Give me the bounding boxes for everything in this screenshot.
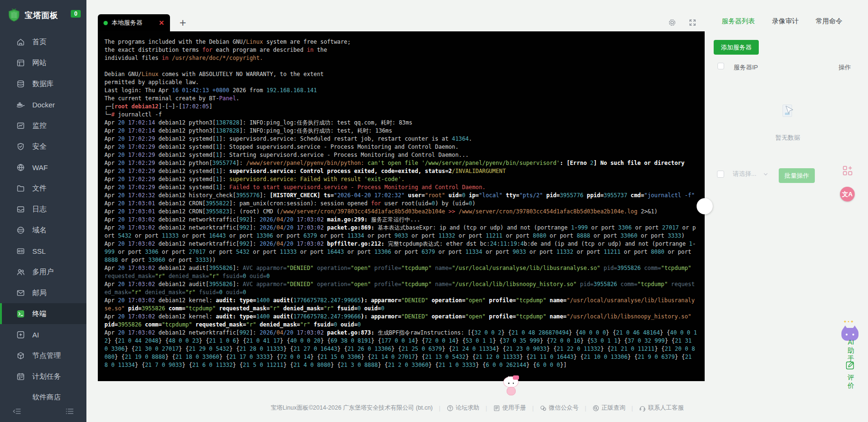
home-icon: [16, 38, 25, 47]
node-icon: [16, 351, 25, 360]
select-all-checkbox[interactable]: [717, 63, 724, 69]
batch-action-select[interactable]: 请选择...: [733, 170, 768, 178]
footer-link-help[interactable]: 论坛求助: [447, 404, 480, 412]
notification-badge[interactable]: 0: [71, 10, 81, 18]
terminal-line: Apr 20 17:03:01 debian12 CRON[3955823]: …: [104, 208, 698, 216]
logo-row[interactable]: 宝塔面板 0: [0, 0, 86, 30]
terminal-output[interactable]: The programs included with the Debian GN…: [98, 31, 705, 381]
terminal-line: Apr 20 17:02:29 debian12 systemd[1]: Fai…: [104, 183, 698, 192]
kitty-bow: [513, 375, 519, 380]
sidebar-item-domain[interactable]: 域名: [0, 220, 86, 240]
collapse-sidebar-icon[interactable]: [12, 407, 21, 416]
mouse-cursor: [785, 106, 793, 116]
files-icon: [16, 184, 25, 193]
menu-list-icon[interactable]: [65, 407, 74, 416]
database-icon: [16, 79, 25, 88]
add-server-button[interactable]: 添加服务器: [714, 40, 759, 55]
tab-录像审计[interactable]: 录像审计: [772, 17, 799, 26]
feedback-button[interactable]: 评价: [846, 374, 856, 390]
terminal-line: individual files in /usr/share/doc/*/cop…: [104, 54, 698, 62]
translate-button[interactable]: 文A: [840, 187, 855, 201]
terminal-line: Debian GNU/Linux comes with ABSOLUTELY N…: [104, 70, 698, 78]
sidebar-item-files[interactable]: 文件: [0, 178, 86, 199]
sidebar-item-terminal[interactable]: 终端: [0, 303, 86, 324]
translate-widget-icon[interactable]: [842, 165, 853, 176]
sidebar-item-database[interactable]: 数据库: [0, 73, 86, 94]
bt-logo-icon: [8, 8, 20, 22]
footer-link-wechat[interactable]: 微信公众号: [540, 404, 579, 412]
sidebar-item-label: 软件商店: [32, 393, 61, 401]
footer-separator: |: [585, 405, 586, 412]
sidebar-item-docker[interactable]: Docker: [0, 94, 86, 115]
mascot-sparkles: ✦•✦: [843, 319, 855, 324]
fullscreen-icon[interactable]: [688, 18, 697, 27]
sidebar-item-mail[interactable]: 邮局: [0, 282, 86, 303]
translate-glyph: 文A: [842, 190, 852, 199]
sidebar-item-label: AI: [32, 331, 39, 339]
tab-常用命令[interactable]: 常用命令: [816, 17, 842, 26]
footer-link-label: 微信公众号: [549, 404, 579, 412]
kitty-body: [507, 387, 516, 395]
sidebar-item-label: Docker: [32, 101, 55, 109]
sidebar-item-label: SSL: [32, 247, 46, 255]
sidebar-item-ssl[interactable]: SSL: [0, 240, 86, 261]
footer-link-support[interactable]: 联系人工客服: [639, 404, 684, 412]
ssl-icon: [16, 247, 25, 256]
empty-state-text: 暂无数据: [708, 134, 868, 142]
footer-copyright: 宝塔Linux面板©2014-2026 广东堡塔安全技术有限公司 (bt.cn): [271, 404, 433, 412]
tab-服务器列表[interactable]: 服务器列表: [722, 17, 755, 26]
site-icon: [16, 58, 25, 67]
terminal-line: [104, 62, 698, 70]
terminal-line: Apr 20 17:03:02 debian12 kernel: audit: …: [104, 313, 698, 329]
users-icon: [16, 268, 25, 277]
terminal-line: Apr 20 17:03:02 debian12 networktraffic[…: [104, 240, 698, 264]
sidebar-item-home[interactable]: 首页: [0, 31, 86, 52]
terminal-tabbar: 本地服务器 ✕ +: [98, 14, 705, 31]
drawer-handle[interactable]: [697, 198, 713, 214]
footer-link-verify[interactable]: 正版查询: [593, 404, 625, 412]
sidebar-item-label: 日志: [32, 205, 47, 214]
sidebar-item-logs[interactable]: 日志: [0, 199, 86, 220]
close-tab-icon[interactable]: ✕: [159, 19, 164, 26]
footer-separator: |: [439, 405, 440, 412]
terminal-tab-local-server[interactable]: 本地服务器 ✕: [98, 14, 170, 31]
footer-separator: |: [532, 405, 534, 412]
batch-operation-button[interactable]: 批量操作: [779, 168, 815, 183]
terminal-line: Apr 20 17:02:29 debian12 systemd[1]: sup…: [104, 135, 698, 143]
terminal-line: Last login: Thu Apr 16 01:42:13 +0800 20…: [104, 86, 698, 95]
terminal-line: Apr 20 17:02:14 debian12 python3[1387828…: [104, 119, 698, 127]
sidebar-item-security[interactable]: 安全: [0, 136, 86, 157]
sidebar-item-cron[interactable]: 计划任务: [0, 366, 86, 387]
sidebar-item-monitor[interactable]: 监控: [0, 115, 86, 136]
sidebar-item-users[interactable]: 多用户: [0, 261, 86, 282]
terminal-icon: [16, 309, 25, 318]
sidebar-item-waf[interactable]: WAF: [0, 157, 86, 178]
column-header-server-ip: 服务器IP: [734, 63, 758, 72]
server-table-header: 服务器IP 操作: [708, 62, 868, 73]
batch-select-checkbox[interactable]: [717, 171, 724, 178]
sidebar-item-store[interactable]: 软件商店: [0, 387, 86, 400]
security-icon: [16, 142, 25, 151]
sidebar-item-label: 数据库: [32, 79, 54, 88]
ai-icon: [16, 330, 25, 339]
new-tab-button[interactable]: +: [176, 15, 190, 30]
column-header-action: 操作: [839, 63, 851, 72]
docker-icon: [16, 100, 25, 109]
feedback-pencil-icon[interactable]: [845, 360, 855, 370]
footer-link-label: 正版查询: [602, 404, 625, 412]
ai-assistant-button[interactable]: AI助手: [846, 338, 856, 363]
sidebar-item-site[interactable]: 网站: [0, 52, 86, 73]
sidebar-item-label: 监控: [32, 121, 47, 130]
terminal-settings-gear-icon[interactable]: [668, 18, 677, 27]
sidebar-item-label: 终端: [32, 309, 47, 318]
sidebar-item-label: 节点管理: [32, 351, 61, 360]
footer-link-label: 使用手册: [502, 404, 526, 412]
terminal-panel: 本地服务器 ✕ + The programs included with the…: [98, 14, 705, 381]
sidebar-item-ai[interactable]: AI: [0, 324, 86, 345]
footer-link-manual[interactable]: 使用手册: [493, 404, 526, 412]
manual-icon: [493, 405, 500, 412]
terminal-line: Apr 20 17:03:02 debian12 networktraffic[…: [104, 329, 698, 369]
sidebar-item-node[interactable]: 节点管理: [0, 345, 86, 366]
waf-icon: [16, 163, 25, 172]
footer-link-label: 论坛求助: [456, 404, 480, 412]
